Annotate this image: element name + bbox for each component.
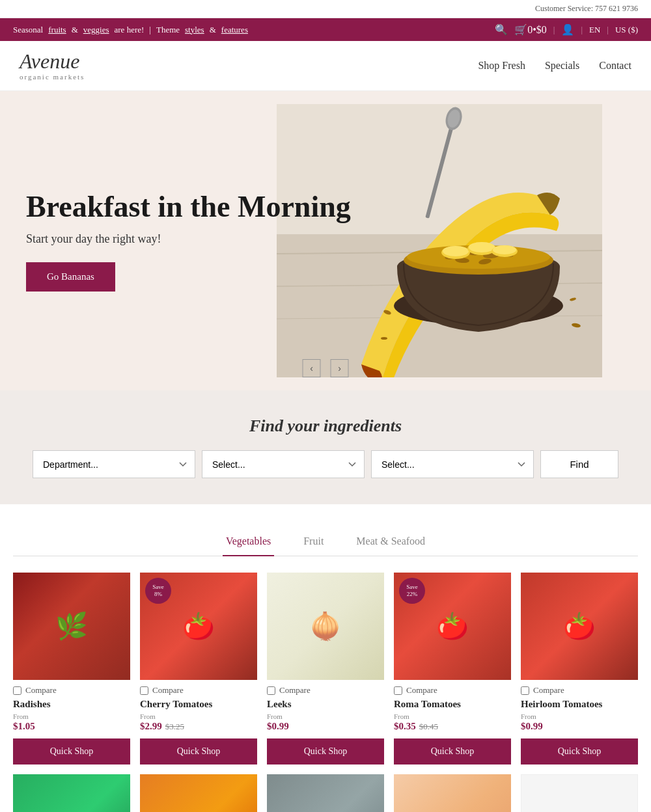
user-icon[interactable]: 👤 — [561, 23, 574, 36]
save-badge: Save8% — [145, 578, 171, 604]
product-name: Radishes — [13, 699, 130, 710]
compare-label: Compare — [152, 685, 184, 696]
nav-shop-fresh[interactable]: Shop Fresh — [478, 60, 525, 72]
product-price: $2.99 — [140, 721, 162, 731]
top-bar-divider3: | — [607, 25, 609, 35]
save-badge: Save22% — [399, 578, 425, 604]
product-image: 🍅 — [521, 573, 638, 680]
svg-point-17 — [469, 242, 495, 252]
product-image: 🧅 — [394, 774, 511, 812]
nav-specials[interactable]: Specials — [545, 60, 579, 72]
product-grid-row1: 🌿 Compare Radishes From $1.05 Quick Shop… — [13, 573, 638, 765]
product-card-row2-4 — [521, 774, 638, 812]
quick-shop-button[interactable]: Quick Shop — [13, 738, 130, 765]
compare-label: Compare — [279, 685, 311, 696]
tab-vegetables[interactable]: Vegetables — [223, 530, 274, 556]
product-price: $0.35 — [394, 721, 416, 731]
product-card-row2-3: 🧅 — [394, 774, 511, 812]
compare-row: Compare — [267, 685, 384, 696]
compare-checkbox[interactable] — [267, 686, 275, 695]
product-price: $0.99 — [267, 721, 289, 731]
product-price: $0.99 — [521, 721, 543, 731]
product-name: Cherry Tomatoes — [140, 699, 257, 710]
currency-selector[interactable]: US ($) — [615, 25, 638, 35]
product-card-row2-2: 🌿 — [267, 774, 384, 812]
svg-point-15 — [443, 246, 469, 256]
compare-checkbox[interactable] — [521, 686, 529, 695]
hero-content: Breakfast in the Morning Start your day … — [26, 190, 351, 291]
category-dropdown[interactable]: Select... — [202, 450, 365, 478]
product-name: Leeks — [267, 699, 384, 710]
hero-cta-button[interactable]: Go Bananas — [26, 262, 115, 291]
compare-row: Compare — [394, 685, 511, 696]
hero-subtitle: Start your day the right way! — [26, 232, 351, 246]
top-bar-actions: 🔍 🛒 0 • $0 | 👤 | EN | US ($) — [495, 23, 638, 36]
product-card-row2-0: 🥒 — [13, 774, 130, 812]
product-card-roma-tomatoes: 🍅 Save22% Compare Roma Tomatoes From $0.… — [394, 573, 511, 765]
top-bar-divider: | — [553, 25, 555, 35]
department-dropdown[interactable]: Department... — [33, 450, 195, 478]
subcategory-dropdown[interactable]: Select... — [371, 450, 534, 478]
quick-shop-button[interactable]: Quick Shop — [394, 738, 511, 765]
product-tabs: Vegetables Fruit Meat & Seafood — [13, 530, 638, 556]
product-from: From — [13, 712, 130, 720]
product-image: 🥕 — [140, 774, 257, 812]
product-image: 🌿 — [267, 774, 384, 812]
product-card-cherry-tomatoes: 🍅 Save8% Compare Cherry Tomatoes From $2… — [140, 573, 257, 765]
fruits-link[interactable]: fruits — [48, 25, 66, 35]
search-icon[interactable]: 🔍 — [495, 23, 508, 36]
products-section: Vegetables Fruit Meat & Seafood 🌿 Compar… — [0, 504, 651, 812]
compare-label: Compare — [25, 685, 57, 696]
styles-link[interactable]: styles — [185, 25, 204, 35]
tab-meat-seafood[interactable]: Meat & Seafood — [353, 530, 428, 556]
customer-service-text: Customer Service: 757 621 9736 — [535, 4, 638, 13]
compare-row: Compare — [140, 685, 257, 696]
find-controls: Department... Select... Select... Find — [33, 450, 618, 478]
product-card-leeks: 🧅 Compare Leeks From $0.99 Quick Shop — [267, 573, 384, 765]
site-header: Avenue organic markets Shop Fresh Specia… — [0, 41, 651, 91]
product-name: Heirloom Tomatoes — [521, 699, 638, 710]
announcement-bar: Seasonal fruits & veggies are here! | Th… — [0, 18, 651, 41]
compare-label: Compare — [533, 685, 564, 696]
hero-section: Breakfast in the Morning Start your day … — [0, 91, 651, 390]
hero-navigation: ‹ › — [303, 359, 349, 377]
compare-checkbox[interactable] — [140, 686, 148, 695]
product-from: From — [267, 712, 384, 720]
svg-point-26 — [381, 337, 387, 340]
top-bar-divider2: | — [581, 25, 583, 35]
compare-row: Compare — [521, 685, 638, 696]
compare-checkbox[interactable] — [394, 686, 402, 695]
veggies-link[interactable]: veggies — [83, 25, 109, 35]
product-card-radishes: 🌿 Compare Radishes From $1.05 Quick Shop — [13, 573, 130, 765]
compare-checkbox[interactable] — [13, 686, 21, 695]
product-original-price: $3.25 — [165, 722, 184, 731]
main-nav: Shop Fresh Specials Contact — [478, 60, 631, 72]
product-name: Roma Tomatoes — [394, 699, 511, 710]
compare-label: Compare — [406, 685, 437, 696]
customer-service-bar: Customer Service: 757 621 9736 — [0, 0, 651, 18]
quick-shop-button[interactable]: Quick Shop — [267, 738, 384, 765]
find-ingredients-section: Find your ingredients Department... Sele… — [0, 390, 651, 504]
hero-prev-button[interactable]: ‹ — [303, 359, 321, 377]
product-from: From — [394, 712, 511, 720]
logo-text: Avenue — [20, 51, 85, 72]
hero-next-button[interactable]: › — [331, 359, 349, 377]
features-link[interactable]: features — [221, 25, 248, 35]
compare-row: Compare — [13, 685, 130, 696]
product-price: $1.05 — [13, 721, 35, 731]
logo[interactable]: Avenue organic markets — [20, 51, 85, 81]
product-card-heirloom-tomatoes: 🍅 Compare Heirloom Tomatoes From $0.99 Q… — [521, 573, 638, 765]
product-grid-row2: 🥒 🥕 🌿 🧅 — [13, 774, 638, 812]
svg-point-19 — [493, 245, 516, 254]
hero-title: Breakfast in the Morning — [26, 190, 351, 224]
language-selector[interactable]: EN — [589, 25, 600, 35]
cart-icon[interactable]: 🛒 0 • $0 — [514, 23, 547, 36]
tab-fruit[interactable]: Fruit — [300, 530, 327, 556]
find-button[interactable]: Find — [540, 450, 618, 478]
nav-contact[interactable]: Contact — [599, 60, 631, 72]
product-from: From — [140, 712, 257, 720]
quick-shop-button[interactable]: Quick Shop — [140, 738, 257, 765]
product-image: 🥒 — [13, 774, 130, 812]
quick-shop-button[interactable]: Quick Shop — [521, 738, 638, 765]
product-image — [521, 774, 638, 812]
